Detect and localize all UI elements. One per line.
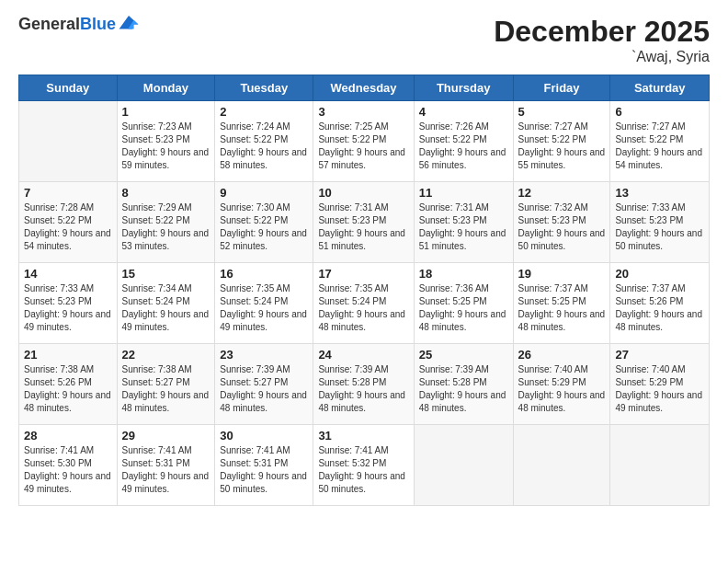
day-info: Sunrise: 7:38 AMSunset: 5:26 PMDaylight:…	[24, 363, 112, 415]
day-info: Sunrise: 7:27 AMSunset: 5:22 PMDaylight:…	[518, 121, 606, 172]
calendar-week-row: 28Sunrise: 7:41 AMSunset: 5:30 PMDayligh…	[19, 425, 710, 506]
calendar-cell: 25Sunrise: 7:39 AMSunset: 5:28 PMDayligh…	[414, 344, 513, 425]
day-info: Sunrise: 7:37 AMSunset: 5:26 PMDaylight:…	[615, 282, 704, 334]
day-number: 4	[419, 105, 508, 119]
day-number: 15	[122, 267, 210, 281]
calendar-cell: 14Sunrise: 7:33 AMSunset: 5:23 PMDayligh…	[19, 263, 118, 344]
calendar-cell: 9Sunrise: 7:30 AMSunset: 5:22 PMDaylight…	[215, 182, 313, 263]
day-number: 27	[615, 348, 704, 362]
weekday-header-row: Sunday Monday Tuesday Wednesday Thursday…	[19, 75, 710, 101]
day-number: 19	[518, 267, 606, 281]
day-number: 16	[220, 267, 308, 281]
day-info: Sunrise: 7:36 AMSunset: 5:25 PMDaylight:…	[419, 282, 508, 334]
day-info: Sunrise: 7:41 AMSunset: 5:30 PMDaylight:…	[24, 444, 112, 496]
day-number: 23	[220, 348, 308, 362]
calendar-cell: 13Sunrise: 7:33 AMSunset: 5:23 PMDayligh…	[610, 182, 710, 263]
day-number: 26	[518, 348, 606, 362]
day-info: Sunrise: 7:38 AMSunset: 5:27 PMDaylight:…	[122, 363, 210, 415]
day-number: 31	[318, 429, 408, 442]
day-number: 28	[24, 429, 112, 442]
calendar-cell: 17Sunrise: 7:35 AMSunset: 5:24 PMDayligh…	[313, 263, 414, 344]
calendar-cell: 3Sunrise: 7:25 AMSunset: 5:22 PMDaylight…	[313, 101, 414, 182]
day-info: Sunrise: 7:41 AMSunset: 5:31 PMDaylight:…	[220, 444, 308, 496]
calendar-cell: 12Sunrise: 7:32 AMSunset: 5:23 PMDayligh…	[513, 182, 610, 263]
logo-icon	[118, 14, 140, 32]
day-number: 25	[419, 348, 508, 362]
day-number: 6	[615, 105, 704, 119]
day-info: Sunrise: 7:24 AMSunset: 5:22 PMDaylight:…	[220, 121, 308, 172]
calendar-cell: 28Sunrise: 7:41 AMSunset: 5:30 PMDayligh…	[19, 425, 118, 506]
logo-text: GeneralBlue	[18, 15, 116, 34]
day-number: 11	[419, 186, 508, 200]
logo-general: General	[18, 15, 80, 33]
logo: GeneralBlue	[18, 15, 140, 34]
calendar-week-row: 21Sunrise: 7:38 AMSunset: 5:26 PMDayligh…	[19, 344, 710, 425]
day-info: Sunrise: 7:39 AMSunset: 5:28 PMDaylight:…	[318, 363, 408, 415]
day-info: Sunrise: 7:23 AMSunset: 5:23 PMDaylight:…	[122, 121, 210, 172]
day-info: Sunrise: 7:28 AMSunset: 5:22 PMDaylight:…	[24, 201, 112, 253]
day-number: 29	[122, 429, 210, 442]
day-number: 10	[318, 186, 408, 200]
calendar-cell: 24Sunrise: 7:39 AMSunset: 5:28 PMDayligh…	[313, 344, 414, 425]
calendar-cell: 20Sunrise: 7:37 AMSunset: 5:26 PMDayligh…	[610, 263, 710, 344]
day-info: Sunrise: 7:39 AMSunset: 5:27 PMDaylight:…	[220, 363, 308, 415]
day-info: Sunrise: 7:35 AMSunset: 5:24 PMDaylight:…	[318, 282, 408, 334]
calendar-cell: 19Sunrise: 7:37 AMSunset: 5:25 PMDayligh…	[513, 263, 610, 344]
calendar-cell: 27Sunrise: 7:40 AMSunset: 5:29 PMDayligh…	[610, 344, 710, 425]
calendar-cell: 26Sunrise: 7:40 AMSunset: 5:29 PMDayligh…	[513, 344, 610, 425]
day-info: Sunrise: 7:40 AMSunset: 5:29 PMDaylight:…	[615, 363, 704, 415]
day-info: Sunrise: 7:30 AMSunset: 5:22 PMDaylight:…	[220, 201, 308, 253]
day-number: 14	[24, 267, 112, 281]
day-info: Sunrise: 7:35 AMSunset: 5:24 PMDaylight:…	[220, 282, 308, 334]
calendar-cell: 22Sunrise: 7:38 AMSunset: 5:27 PMDayligh…	[117, 344, 215, 425]
page: GeneralBlue December 2025 `Awaj, Syria S…	[0, 0, 728, 563]
calendar-cell	[414, 425, 513, 506]
day-number: 13	[615, 186, 704, 200]
calendar-cell: 2Sunrise: 7:24 AMSunset: 5:22 PMDaylight…	[215, 101, 313, 182]
calendar-cell: 21Sunrise: 7:38 AMSunset: 5:26 PMDayligh…	[19, 344, 118, 425]
calendar-cell: 29Sunrise: 7:41 AMSunset: 5:31 PMDayligh…	[117, 425, 215, 506]
weekday-sunday: Sunday	[19, 75, 118, 101]
day-number: 22	[122, 348, 210, 362]
day-number: 20	[615, 267, 704, 281]
day-info: Sunrise: 7:32 AMSunset: 5:23 PMDaylight:…	[518, 201, 606, 253]
title-block: December 2025 `Awaj, Syria	[494, 15, 710, 65]
day-info: Sunrise: 7:31 AMSunset: 5:23 PMDaylight:…	[419, 201, 508, 253]
calendar-cell: 7Sunrise: 7:28 AMSunset: 5:22 PMDaylight…	[19, 182, 118, 263]
calendar-cell	[610, 425, 710, 506]
calendar-cell	[513, 425, 610, 506]
weekday-wednesday: Wednesday	[313, 75, 414, 101]
day-info: Sunrise: 7:37 AMSunset: 5:25 PMDaylight:…	[518, 282, 606, 334]
day-number: 7	[24, 186, 112, 200]
day-info: Sunrise: 7:31 AMSunset: 5:23 PMDaylight:…	[318, 201, 408, 253]
calendar-cell: 15Sunrise: 7:34 AMSunset: 5:24 PMDayligh…	[117, 263, 215, 344]
day-info: Sunrise: 7:29 AMSunset: 5:22 PMDaylight:…	[122, 201, 210, 253]
day-number: 18	[419, 267, 508, 281]
day-number: 17	[318, 267, 408, 281]
calendar-cell: 18Sunrise: 7:36 AMSunset: 5:25 PMDayligh…	[414, 263, 513, 344]
day-info: Sunrise: 7:26 AMSunset: 5:22 PMDaylight:…	[419, 121, 508, 172]
calendar-cell: 11Sunrise: 7:31 AMSunset: 5:23 PMDayligh…	[414, 182, 513, 263]
calendar-cell: 4Sunrise: 7:26 AMSunset: 5:22 PMDaylight…	[414, 101, 513, 182]
calendar-cell: 5Sunrise: 7:27 AMSunset: 5:22 PMDaylight…	[513, 101, 610, 182]
day-info: Sunrise: 7:40 AMSunset: 5:29 PMDaylight:…	[518, 363, 606, 415]
calendar-week-row: 1Sunrise: 7:23 AMSunset: 5:23 PMDaylight…	[19, 101, 710, 182]
calendar-title: December 2025	[494, 15, 710, 49]
weekday-monday: Monday	[117, 75, 215, 101]
calendar-table: Sunday Monday Tuesday Wednesday Thursday…	[18, 75, 710, 506]
calendar-cell: 8Sunrise: 7:29 AMSunset: 5:22 PMDaylight…	[117, 182, 215, 263]
calendar-cell: 30Sunrise: 7:41 AMSunset: 5:31 PMDayligh…	[215, 425, 313, 506]
day-number: 5	[518, 105, 606, 119]
day-number: 1	[122, 105, 210, 119]
calendar-cell	[19, 101, 118, 182]
logo-blue: Blue	[80, 15, 116, 33]
day-number: 2	[220, 105, 308, 119]
day-info: Sunrise: 7:41 AMSunset: 5:32 PMDaylight:…	[318, 444, 408, 496]
day-info: Sunrise: 7:39 AMSunset: 5:28 PMDaylight:…	[419, 363, 508, 415]
calendar-cell: 1Sunrise: 7:23 AMSunset: 5:23 PMDaylight…	[117, 101, 215, 182]
day-number: 12	[518, 186, 606, 200]
calendar-week-row: 7Sunrise: 7:28 AMSunset: 5:22 PMDaylight…	[19, 182, 710, 263]
calendar-week-row: 14Sunrise: 7:33 AMSunset: 5:23 PMDayligh…	[19, 263, 710, 344]
day-info: Sunrise: 7:33 AMSunset: 5:23 PMDaylight:…	[24, 282, 112, 334]
day-info: Sunrise: 7:34 AMSunset: 5:24 PMDaylight:…	[122, 282, 210, 334]
